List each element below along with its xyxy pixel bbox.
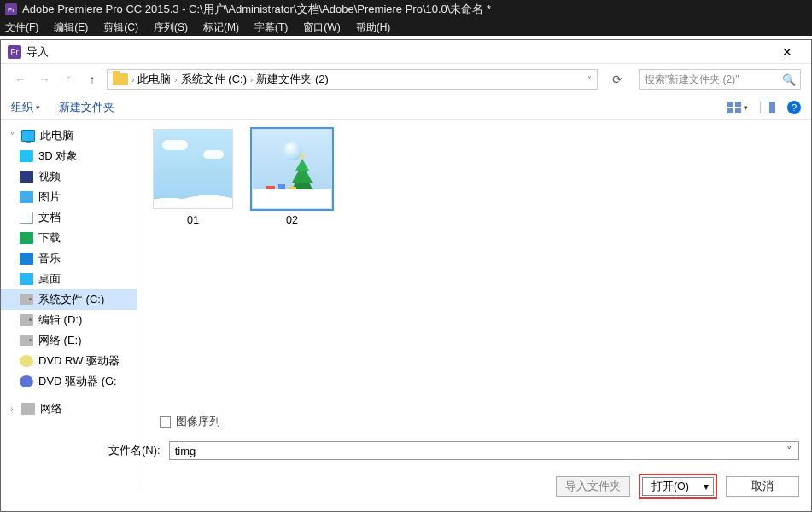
menu-titles[interactable]: 字幕(T): [254, 20, 288, 35]
file-item-01[interactable]: 01: [153, 129, 233, 226]
chevron-down-icon: ▾: [36, 103, 40, 112]
tree-desktop[interactable]: 桌面: [1, 269, 137, 289]
svg-rect-1: [735, 102, 741, 107]
drive-icon: [20, 335, 33, 346]
image-sequence-checkbox[interactable]: [160, 416, 171, 428]
tree-label: 文档: [38, 210, 61, 225]
preview-pane-button[interactable]: [760, 102, 775, 113]
cancel-button[interactable]: 取消: [726, 476, 799, 497]
chevron-down-icon[interactable]: ˅: [781, 444, 797, 457]
svg-rect-0: [727, 102, 733, 107]
view-mode-button[interactable]: ▾: [727, 102, 748, 113]
crumb-folder[interactable]: 新建文件夹 (2): [256, 72, 329, 87]
image-sequence-label: 图像序列: [176, 415, 220, 429]
help-button[interactable]: ?: [787, 101, 801, 114]
toolbar: 组织 ▾ 新建文件夹 ▾ ?: [1, 95, 811, 120]
desktop-icon: [20, 273, 33, 285]
refresh-button[interactable]: ⟳: [606, 69, 628, 90]
app-icon: Pr: [5, 3, 17, 15]
tree-label: 音乐: [38, 251, 61, 266]
breadcrumb-bar[interactable]: › 此电脑 › 系统文件 (C:) › 新建文件夹 (2) ˅: [107, 69, 598, 90]
tree-label: 此电脑: [40, 128, 73, 143]
tree-label: 网络 (E:): [38, 333, 82, 348]
search-placeholder: 搜索"新建文件夹 (2)": [645, 73, 780, 87]
thumbnail-icon: ★: [252, 129, 332, 209]
svg-rect-5: [769, 102, 775, 113]
tree-pictures[interactable]: 图片: [1, 187, 137, 207]
new-folder-button[interactable]: 新建文件夹: [59, 100, 114, 115]
app-titlebar: Pr Adobe Premiere Pro CC 2015.3 - C:\用户\…: [0, 0, 812, 19]
dialog-footer: 图像序列 文件名(N): timg ˅ 导入文件夹 打开(O) ▾ 取消: [1, 408, 811, 511]
tree-dvd-rw[interactable]: DVD RW 驱动器: [1, 351, 137, 371]
import-dialog: Pr 导入 ✕ ← → ˅ ↑ › 此电脑 › 系统文件 (C:) › 新建文件…: [0, 39, 812, 512]
svg-rect-2: [727, 108, 733, 113]
tree-label: 编辑 (D:): [38, 312, 82, 328]
tree-documents[interactable]: 文档: [1, 207, 137, 228]
cube-icon: [20, 150, 33, 162]
nav-up-button[interactable]: ↑: [83, 70, 102, 89]
filename-value: timg: [175, 445, 196, 457]
dialog-titlebar: Pr 导入 ✕: [1, 40, 811, 64]
crumb-thispc[interactable]: 此电脑: [137, 72, 171, 87]
chevron-right-icon[interactable]: ›: [250, 75, 253, 84]
import-folder-button[interactable]: 导入文件夹: [556, 476, 630, 497]
tree-drive-e[interactable]: 网络 (E:): [1, 330, 137, 351]
tree-3d-objects[interactable]: 3D 对象: [1, 146, 137, 166]
folder-icon: [113, 73, 128, 85]
app-menubar: 文件(F) 编辑(E) 剪辑(C) 序列(S) 标记(M) 字幕(T) 窗口(W…: [0, 19, 812, 36]
filename-input[interactable]: timg ˅: [169, 441, 799, 460]
svg-rect-3: [735, 108, 741, 113]
computer-icon: [21, 130, 35, 142]
menu-clip[interactable]: 剪辑(C): [103, 20, 138, 35]
organize-label: 组织: [11, 100, 33, 115]
file-label: 02: [286, 214, 298, 226]
chevron-right-icon[interactable]: ›: [131, 75, 134, 84]
tree-label: 桌面: [38, 271, 61, 287]
menu-markers[interactable]: 标记(M): [203, 20, 239, 35]
drive-icon: [20, 294, 33, 305]
close-button[interactable]: ✕: [770, 40, 804, 64]
search-input[interactable]: 搜索"新建文件夹 (2)" 🔍: [639, 69, 801, 90]
chevron-down-icon: ▾: [744, 103, 748, 112]
open-dropdown-button[interactable]: ▾: [698, 477, 714, 496]
document-icon: [20, 212, 33, 224]
tree-label: 图片: [38, 189, 61, 205]
dialog-app-icon: Pr: [8, 45, 21, 59]
crumb-drive[interactable]: 系统文件 (C:): [181, 72, 247, 87]
tree-label: 系统文件 (C:): [38, 292, 104, 307]
download-icon: [20, 232, 33, 244]
file-item-02[interactable]: ★ 02: [252, 129, 332, 226]
tree-music[interactable]: 音乐: [1, 248, 137, 269]
menu-window[interactable]: 窗口(W): [303, 20, 340, 35]
search-icon[interactable]: 🔍: [780, 71, 798, 88]
menu-edit[interactable]: 编辑(E): [54, 20, 88, 35]
menu-help[interactable]: 帮助(H): [356, 20, 391, 35]
expander-icon[interactable]: ˅: [8, 131, 16, 141]
tree-this-pc[interactable]: ˅ 此电脑: [1, 125, 137, 146]
tree-label: DVD 驱动器 (G:: [38, 374, 117, 389]
menu-sequence[interactable]: 序列(S): [154, 20, 188, 35]
tree-videos[interactable]: 视频: [1, 166, 137, 187]
tree-label: 下载: [38, 230, 61, 246]
tree-drive-c[interactable]: 系统文件 (C:): [1, 289, 137, 310]
picture-icon: [20, 191, 33, 203]
app-title: Adobe Premiere Pro CC 2015.3 - C:\用户\Adm…: [22, 2, 491, 17]
film-icon: [20, 171, 33, 183]
music-icon: [20, 253, 33, 265]
nav-recent-dropdown[interactable]: ˅: [59, 70, 78, 89]
breadcrumb-dropdown[interactable]: ˅: [587, 75, 592, 84]
tree-label: DVD RW 驱动器: [38, 353, 120, 369]
menu-file[interactable]: 文件(F): [5, 20, 38, 35]
drive-icon: [20, 314, 33, 326]
tree-dvd-g[interactable]: DVD 驱动器 (G:: [1, 371, 137, 392]
file-label: 01: [187, 214, 199, 226]
tree-drive-d[interactable]: 编辑 (D:): [1, 310, 137, 330]
open-button[interactable]: 打开(O): [642, 477, 698, 496]
nav-back-button[interactable]: ←: [11, 70, 30, 89]
tree-label: 视频: [38, 169, 61, 184]
chevron-right-icon[interactable]: ›: [174, 75, 177, 84]
filename-label: 文件名(N):: [108, 443, 161, 458]
nav-forward-button[interactable]: →: [35, 70, 54, 89]
organize-button[interactable]: 组织 ▾: [11, 100, 40, 115]
tree-downloads[interactable]: 下载: [1, 228, 137, 248]
